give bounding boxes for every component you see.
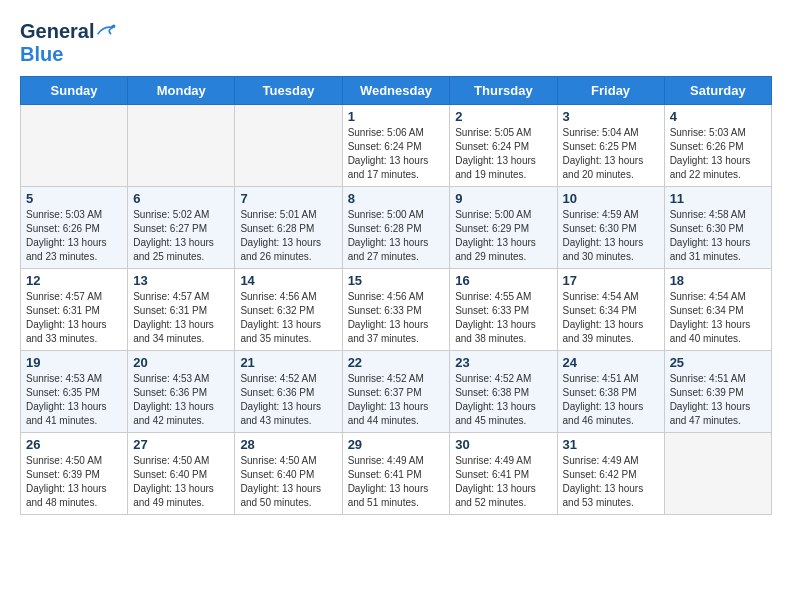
day-info: Sunrise: 4:56 AMSunset: 6:32 PMDaylight:… bbox=[240, 290, 336, 346]
day-info: Sunrise: 4:49 AMSunset: 6:41 PMDaylight:… bbox=[348, 454, 445, 510]
day-number: 25 bbox=[670, 355, 766, 370]
day-number: 21 bbox=[240, 355, 336, 370]
day-info: Sunrise: 4:57 AMSunset: 6:31 PMDaylight:… bbox=[26, 290, 122, 346]
day-number: 28 bbox=[240, 437, 336, 452]
calendar-cell: 23Sunrise: 4:52 AMSunset: 6:38 PMDayligh… bbox=[450, 351, 557, 433]
calendar-cell: 7Sunrise: 5:01 AMSunset: 6:28 PMDaylight… bbox=[235, 187, 342, 269]
calendar-cell: 6Sunrise: 5:02 AMSunset: 6:27 PMDaylight… bbox=[128, 187, 235, 269]
day-number: 29 bbox=[348, 437, 445, 452]
day-info: Sunrise: 4:53 AMSunset: 6:35 PMDaylight:… bbox=[26, 372, 122, 428]
day-header-thursday: Thursday bbox=[450, 77, 557, 105]
day-info: Sunrise: 4:57 AMSunset: 6:31 PMDaylight:… bbox=[133, 290, 229, 346]
calendar-cell: 28Sunrise: 4:50 AMSunset: 6:40 PMDayligh… bbox=[235, 433, 342, 515]
day-number: 19 bbox=[26, 355, 122, 370]
page-header: General Blue bbox=[20, 20, 772, 66]
day-info: Sunrise: 4:58 AMSunset: 6:30 PMDaylight:… bbox=[670, 208, 766, 264]
calendar-table: SundayMondayTuesdayWednesdayThursdayFrid… bbox=[20, 76, 772, 515]
day-number: 24 bbox=[563, 355, 659, 370]
day-number: 27 bbox=[133, 437, 229, 452]
day-info: Sunrise: 4:50 AMSunset: 6:40 PMDaylight:… bbox=[133, 454, 229, 510]
calendar-cell: 22Sunrise: 4:52 AMSunset: 6:37 PMDayligh… bbox=[342, 351, 450, 433]
calendar-cell: 1Sunrise: 5:06 AMSunset: 6:24 PMDaylight… bbox=[342, 105, 450, 187]
day-number: 17 bbox=[563, 273, 659, 288]
day-number: 4 bbox=[670, 109, 766, 124]
calendar-week-row: 12Sunrise: 4:57 AMSunset: 6:31 PMDayligh… bbox=[21, 269, 772, 351]
calendar-cell: 16Sunrise: 4:55 AMSunset: 6:33 PMDayligh… bbox=[450, 269, 557, 351]
day-info: Sunrise: 4:50 AMSunset: 6:39 PMDaylight:… bbox=[26, 454, 122, 510]
calendar-cell: 12Sunrise: 4:57 AMSunset: 6:31 PMDayligh… bbox=[21, 269, 128, 351]
day-number: 6 bbox=[133, 191, 229, 206]
day-number: 11 bbox=[670, 191, 766, 206]
day-number: 16 bbox=[455, 273, 551, 288]
logo: General Blue bbox=[20, 20, 116, 66]
day-number: 26 bbox=[26, 437, 122, 452]
day-info: Sunrise: 4:52 AMSunset: 6:36 PMDaylight:… bbox=[240, 372, 336, 428]
day-info: Sunrise: 4:55 AMSunset: 6:33 PMDaylight:… bbox=[455, 290, 551, 346]
calendar-cell: 3Sunrise: 5:04 AMSunset: 6:25 PMDaylight… bbox=[557, 105, 664, 187]
calendar-week-row: 19Sunrise: 4:53 AMSunset: 6:35 PMDayligh… bbox=[21, 351, 772, 433]
day-header-sunday: Sunday bbox=[21, 77, 128, 105]
calendar-cell bbox=[21, 105, 128, 187]
day-info: Sunrise: 5:05 AMSunset: 6:24 PMDaylight:… bbox=[455, 126, 551, 182]
calendar-cell: 11Sunrise: 4:58 AMSunset: 6:30 PMDayligh… bbox=[664, 187, 771, 269]
calendar-cell: 17Sunrise: 4:54 AMSunset: 6:34 PMDayligh… bbox=[557, 269, 664, 351]
calendar-cell: 26Sunrise: 4:50 AMSunset: 6:39 PMDayligh… bbox=[21, 433, 128, 515]
day-number: 2 bbox=[455, 109, 551, 124]
day-info: Sunrise: 5:02 AMSunset: 6:27 PMDaylight:… bbox=[133, 208, 229, 264]
calendar-cell: 13Sunrise: 4:57 AMSunset: 6:31 PMDayligh… bbox=[128, 269, 235, 351]
day-info: Sunrise: 5:03 AMSunset: 6:26 PMDaylight:… bbox=[670, 126, 766, 182]
day-number: 18 bbox=[670, 273, 766, 288]
calendar-cell: 25Sunrise: 4:51 AMSunset: 6:39 PMDayligh… bbox=[664, 351, 771, 433]
calendar-cell: 19Sunrise: 4:53 AMSunset: 6:35 PMDayligh… bbox=[21, 351, 128, 433]
day-number: 20 bbox=[133, 355, 229, 370]
calendar-week-row: 1Sunrise: 5:06 AMSunset: 6:24 PMDaylight… bbox=[21, 105, 772, 187]
day-info: Sunrise: 4:51 AMSunset: 6:38 PMDaylight:… bbox=[563, 372, 659, 428]
logo-bird-icon bbox=[96, 22, 116, 38]
calendar-cell: 9Sunrise: 5:00 AMSunset: 6:29 PMDaylight… bbox=[450, 187, 557, 269]
day-info: Sunrise: 4:49 AMSunset: 6:42 PMDaylight:… bbox=[563, 454, 659, 510]
calendar-week-row: 5Sunrise: 5:03 AMSunset: 6:26 PMDaylight… bbox=[21, 187, 772, 269]
calendar-cell: 31Sunrise: 4:49 AMSunset: 6:42 PMDayligh… bbox=[557, 433, 664, 515]
day-info: Sunrise: 5:03 AMSunset: 6:26 PMDaylight:… bbox=[26, 208, 122, 264]
day-info: Sunrise: 4:54 AMSunset: 6:34 PMDaylight:… bbox=[670, 290, 766, 346]
calendar-cell: 5Sunrise: 5:03 AMSunset: 6:26 PMDaylight… bbox=[21, 187, 128, 269]
day-number: 5 bbox=[26, 191, 122, 206]
calendar-week-row: 26Sunrise: 4:50 AMSunset: 6:39 PMDayligh… bbox=[21, 433, 772, 515]
day-number: 12 bbox=[26, 273, 122, 288]
day-info: Sunrise: 4:49 AMSunset: 6:41 PMDaylight:… bbox=[455, 454, 551, 510]
calendar-cell: 8Sunrise: 5:00 AMSunset: 6:28 PMDaylight… bbox=[342, 187, 450, 269]
day-header-monday: Monday bbox=[128, 77, 235, 105]
day-info: Sunrise: 5:06 AMSunset: 6:24 PMDaylight:… bbox=[348, 126, 445, 182]
logo-blue-text: Blue bbox=[20, 43, 63, 65]
calendar-cell: 2Sunrise: 5:05 AMSunset: 6:24 PMDaylight… bbox=[450, 105, 557, 187]
day-info: Sunrise: 4:50 AMSunset: 6:40 PMDaylight:… bbox=[240, 454, 336, 510]
day-number: 15 bbox=[348, 273, 445, 288]
calendar-cell: 21Sunrise: 4:52 AMSunset: 6:36 PMDayligh… bbox=[235, 351, 342, 433]
calendar-cell: 14Sunrise: 4:56 AMSunset: 6:32 PMDayligh… bbox=[235, 269, 342, 351]
calendar-cell: 18Sunrise: 4:54 AMSunset: 6:34 PMDayligh… bbox=[664, 269, 771, 351]
day-info: Sunrise: 4:54 AMSunset: 6:34 PMDaylight:… bbox=[563, 290, 659, 346]
calendar-cell: 29Sunrise: 4:49 AMSunset: 6:41 PMDayligh… bbox=[342, 433, 450, 515]
day-number: 23 bbox=[455, 355, 551, 370]
day-info: Sunrise: 5:00 AMSunset: 6:28 PMDaylight:… bbox=[348, 208, 445, 264]
day-number: 1 bbox=[348, 109, 445, 124]
day-number: 3 bbox=[563, 109, 659, 124]
calendar-cell: 15Sunrise: 4:56 AMSunset: 6:33 PMDayligh… bbox=[342, 269, 450, 351]
calendar-cell: 24Sunrise: 4:51 AMSunset: 6:38 PMDayligh… bbox=[557, 351, 664, 433]
calendar-cell: 4Sunrise: 5:03 AMSunset: 6:26 PMDaylight… bbox=[664, 105, 771, 187]
day-number: 14 bbox=[240, 273, 336, 288]
day-info: Sunrise: 4:53 AMSunset: 6:36 PMDaylight:… bbox=[133, 372, 229, 428]
day-info: Sunrise: 5:01 AMSunset: 6:28 PMDaylight:… bbox=[240, 208, 336, 264]
day-header-saturday: Saturday bbox=[664, 77, 771, 105]
calendar-cell bbox=[664, 433, 771, 515]
day-number: 22 bbox=[348, 355, 445, 370]
day-info: Sunrise: 4:51 AMSunset: 6:39 PMDaylight:… bbox=[670, 372, 766, 428]
day-number: 30 bbox=[455, 437, 551, 452]
day-number: 31 bbox=[563, 437, 659, 452]
day-info: Sunrise: 4:52 AMSunset: 6:37 PMDaylight:… bbox=[348, 372, 445, 428]
calendar-cell: 27Sunrise: 4:50 AMSunset: 6:40 PMDayligh… bbox=[128, 433, 235, 515]
day-info: Sunrise: 4:52 AMSunset: 6:38 PMDaylight:… bbox=[455, 372, 551, 428]
day-number: 8 bbox=[348, 191, 445, 206]
calendar-cell bbox=[128, 105, 235, 187]
logo-general-text: General bbox=[20, 20, 94, 42]
